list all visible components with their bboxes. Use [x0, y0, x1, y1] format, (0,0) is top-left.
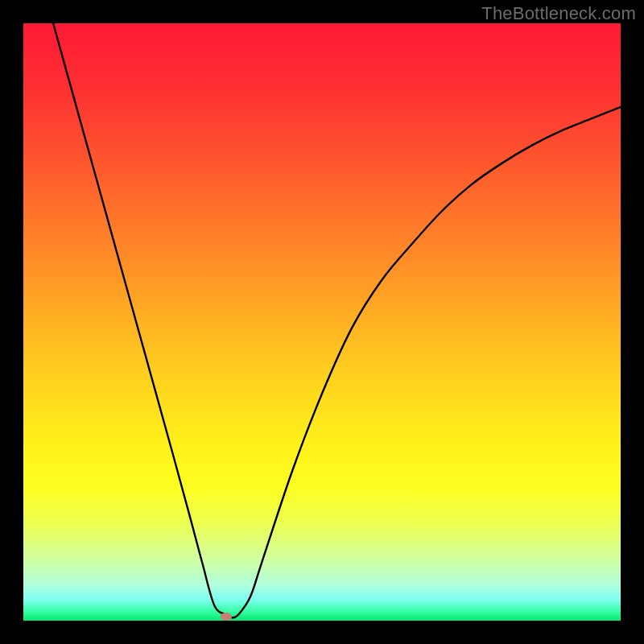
- watermark-text: TheBottleneck.com: [481, 3, 636, 24]
- chart-frame: [23, 23, 621, 621]
- optimum-marker: [221, 613, 232, 621]
- bottleneck-curve: [23, 23, 621, 621]
